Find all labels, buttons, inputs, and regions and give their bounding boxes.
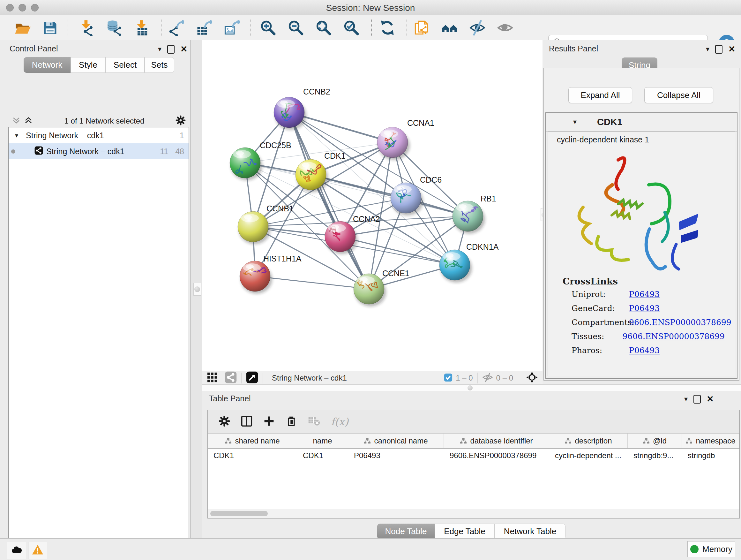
toolbar-group-session (13, 19, 59, 37)
panel-menu-caret-icon[interactable]: ▾ (706, 45, 710, 53)
crosslink-link[interactable]: 9606.ENSP00000378699 (629, 318, 731, 327)
column-header-description[interactable]: description (549, 434, 628, 448)
first-neighbors-icon[interactable] (441, 19, 459, 37)
tab-sets[interactable]: Sets (145, 57, 174, 73)
crosslink-link[interactable]: 9606.ENSP00000378699 (622, 332, 725, 341)
scrollbar-thumb[interactable] (210, 511, 268, 516)
network-node-HIST1H1A[interactable]: HIST1H1A (240, 254, 301, 294)
network-node-CDC6[interactable]: CDC6 (391, 175, 442, 215)
tab-select[interactable]: Select (106, 57, 145, 73)
panel-menu-caret-icon[interactable]: ▾ (158, 45, 161, 53)
collapse-all-icon[interactable] (11, 116, 21, 126)
panel-close-icon[interactable]: ✕ (728, 44, 736, 54)
crosslink-link[interactable]: P06493 (629, 346, 660, 355)
tab-network-table[interactable]: Network Table (495, 523, 565, 539)
clone-network-icon[interactable] (413, 19, 431, 37)
import-network-database-icon[interactable] (105, 19, 123, 37)
left-panel-splitter[interactable] (190, 40, 202, 538)
zoom-out-icon[interactable] (287, 19, 305, 37)
cloud-button[interactable] (7, 542, 26, 559)
tab-edge-table[interactable]: Edge Table (434, 523, 495, 539)
tab-node-table[interactable]: Node Table (377, 523, 434, 539)
panel-menu-caret-icon[interactable]: ▾ (684, 395, 688, 403)
toolbar-separator (251, 19, 251, 36)
table-toolbar: f(x) (208, 410, 739, 434)
birds-eye-view-icon[interactable] (246, 371, 258, 385)
network-node-CDKN1A[interactable]: CDKN1A (440, 242, 499, 283)
splitter-handle[interactable] (468, 385, 473, 390)
network-options-gear-icon[interactable] (176, 115, 186, 127)
column-header-shared-name[interactable]: shared name (208, 434, 297, 448)
column-header--id[interactable]: @id (628, 434, 682, 448)
tab-network[interactable]: Network (23, 57, 71, 73)
import-table-file-icon[interactable] (133, 19, 151, 37)
export-network-icon[interactable] (167, 19, 185, 37)
open-session-icon[interactable] (13, 19, 31, 37)
column-header-canonical-name[interactable]: canonical name (348, 434, 444, 448)
gene-expander-caret-icon[interactable]: ▾ (573, 118, 577, 126)
import-network-file-icon[interactable] (77, 19, 95, 37)
zoom-in-icon[interactable] (259, 19, 277, 37)
export-table-icon[interactable] (195, 19, 212, 37)
hide-graphics-details-icon[interactable] (496, 19, 514, 37)
splitter-handle[interactable] (193, 283, 201, 296)
collection-expander-caret-icon[interactable]: ▾ (15, 132, 18, 139)
protein-structure-image (570, 150, 698, 275)
column-header-database-identifier[interactable]: database identifier (444, 434, 549, 448)
network-node-CCNB1[interactable]: CCNB1 (238, 204, 293, 244)
table-settings-gear-icon[interactable] (219, 415, 230, 428)
table-cell: cyclin-dependent ... (549, 449, 628, 462)
main-toolbar: ? (0, 15, 741, 41)
save-session-icon[interactable] (41, 19, 59, 37)
fit-selected-crosshair-icon[interactable] (526, 371, 538, 385)
table-horizontal-scrollbar[interactable] (208, 509, 739, 518)
network-node-CCNA1[interactable]: CCNA1 (377, 118, 434, 160)
tab-style[interactable]: Style (71, 57, 106, 73)
network-node-CCNB2[interactable]: CCNB2 (274, 87, 330, 130)
warning-icon (32, 544, 44, 557)
network-row[interactable]: String Network – cdk1 11 48 (9, 143, 189, 159)
table-panel-splitter[interactable] (202, 384, 741, 391)
zoom-selected-icon[interactable] (342, 19, 360, 37)
network-node-CDK1[interactable]: CDK1 (295, 151, 346, 192)
apply-preferred-layout-icon[interactable] (379, 19, 396, 37)
table-row[interactable]: CDK1CDK1P064939606.ENSP00000378699cyclin… (208, 449, 739, 462)
gene-detail-box: cyclin-dependent kinase 1 CrossLinks Uni… (548, 132, 735, 376)
network-canvas[interactable]: CCNB2 CCNA1 CDC25B CDK1 CDC6 RB1 (202, 40, 542, 371)
panel-float-icon[interactable] (715, 45, 723, 54)
grid-view-icon[interactable] (207, 372, 218, 384)
panel-float-icon[interactable] (693, 395, 701, 403)
crosslink-link[interactable]: P06493 (629, 290, 660, 299)
delete-column-trash-icon[interactable] (286, 415, 297, 428)
memory-button[interactable]: Memory (687, 541, 735, 557)
warnings-button[interactable] (28, 542, 47, 559)
expand-all-button[interactable]: Expand All (568, 87, 632, 103)
column-header-namespace[interactable]: namespace (682, 434, 739, 448)
panel-float-icon[interactable] (167, 45, 175, 54)
crosslink-label: Uniprot: (571, 290, 629, 299)
selected-checkbox-icon[interactable] (444, 373, 453, 383)
collapse-all-button[interactable]: Collapse All (644, 87, 713, 103)
crosslink-label: GeneCard: (571, 304, 629, 313)
network-node-RB1[interactable]: RB1 (453, 194, 496, 234)
gene-entry-header[interactable]: ▾ CDK1 (546, 113, 737, 132)
table-header-row: shared namenamecanonical namedatabase id… (208, 434, 739, 449)
add-column-plus-icon[interactable] (263, 415, 275, 428)
hidden-eye-slash-icon[interactable] (482, 372, 493, 384)
network-view-share-icon[interactable] (225, 371, 237, 385)
zoom-fit-content-icon[interactable] (315, 19, 333, 37)
export-image-icon[interactable] (222, 19, 240, 37)
show-graphics-details-icon[interactable] (468, 19, 486, 37)
show-columns-icon[interactable] (241, 415, 253, 428)
delete-table-icon[interactable] (308, 416, 320, 428)
window-title-bar: Session: New Session (0, 0, 741, 15)
function-builder-icon[interactable]: f(x) (331, 416, 348, 428)
crosslink-row: GeneCard:P06493 (571, 304, 725, 313)
network-status-dot-icon (11, 149, 15, 153)
network-collection-row[interactable]: ▾ String Network – cdk1 1 (9, 127, 189, 143)
column-header-name[interactable]: name (297, 434, 348, 448)
panel-close-icon[interactable]: ✕ (180, 44, 188, 54)
crosslink-link[interactable]: P06493 (629, 304, 660, 313)
expand-all-icon[interactable] (23, 116, 33, 126)
panel-close-icon[interactable]: ✕ (706, 394, 714, 404)
